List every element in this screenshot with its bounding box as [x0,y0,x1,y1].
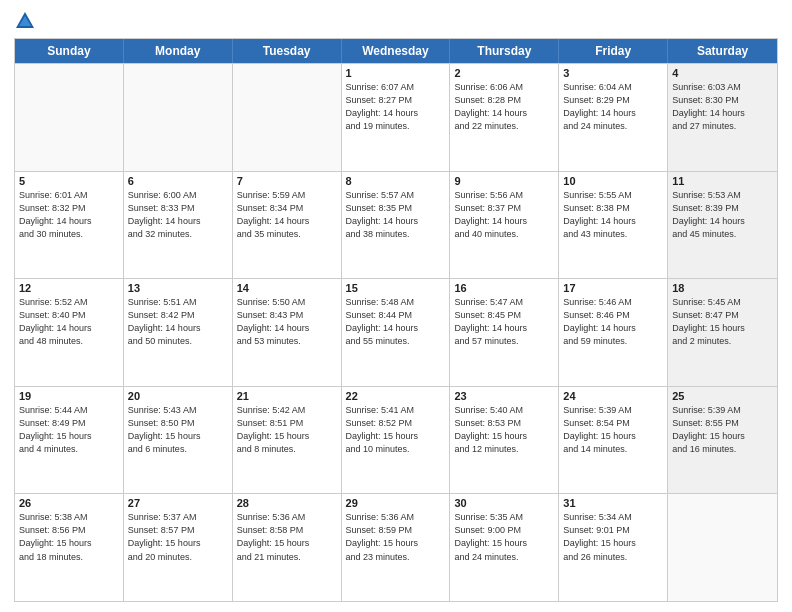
day-number: 14 [237,282,337,294]
day-number: 12 [19,282,119,294]
day-info: Sunrise: 5:35 AM Sunset: 9:00 PM Dayligh… [454,511,554,563]
header-day-sunday: Sunday [15,39,124,63]
calendar: SundayMondayTuesdayWednesdayThursdayFrid… [14,38,778,602]
day-info: Sunrise: 5:59 AM Sunset: 8:34 PM Dayligh… [237,189,337,241]
day-info: Sunrise: 6:04 AM Sunset: 8:29 PM Dayligh… [563,81,663,133]
day-info: Sunrise: 5:55 AM Sunset: 8:38 PM Dayligh… [563,189,663,241]
day-number: 1 [346,67,446,79]
day-number: 17 [563,282,663,294]
day-number: 24 [563,390,663,402]
day-cell-2: 2Sunrise: 6:06 AM Sunset: 8:28 PM Daylig… [450,64,559,171]
day-cell-16: 16Sunrise: 5:47 AM Sunset: 8:45 PM Dayli… [450,279,559,386]
day-cell-10: 10Sunrise: 5:55 AM Sunset: 8:38 PM Dayli… [559,172,668,279]
header-day-wednesday: Wednesday [342,39,451,63]
day-cell-14: 14Sunrise: 5:50 AM Sunset: 8:43 PM Dayli… [233,279,342,386]
day-cell-28: 28Sunrise: 5:36 AM Sunset: 8:58 PM Dayli… [233,494,342,601]
day-info: Sunrise: 6:06 AM Sunset: 8:28 PM Dayligh… [454,81,554,133]
day-number: 22 [346,390,446,402]
day-number: 5 [19,175,119,187]
day-number: 16 [454,282,554,294]
day-cell-7: 7Sunrise: 5:59 AM Sunset: 8:34 PM Daylig… [233,172,342,279]
day-number: 7 [237,175,337,187]
day-info: Sunrise: 5:34 AM Sunset: 9:01 PM Dayligh… [563,511,663,563]
day-number: 30 [454,497,554,509]
day-number: 3 [563,67,663,79]
day-info: Sunrise: 5:37 AM Sunset: 8:57 PM Dayligh… [128,511,228,563]
day-number: 18 [672,282,773,294]
day-number: 4 [672,67,773,79]
day-cell-11: 11Sunrise: 5:53 AM Sunset: 8:39 PM Dayli… [668,172,777,279]
day-info: Sunrise: 5:43 AM Sunset: 8:50 PM Dayligh… [128,404,228,456]
day-cell-empty [668,494,777,601]
day-info: Sunrise: 5:47 AM Sunset: 8:45 PM Dayligh… [454,296,554,348]
page: SundayMondayTuesdayWednesdayThursdayFrid… [0,0,792,612]
day-info: Sunrise: 5:50 AM Sunset: 8:43 PM Dayligh… [237,296,337,348]
day-info: Sunrise: 5:53 AM Sunset: 8:39 PM Dayligh… [672,189,773,241]
day-info: Sunrise: 5:41 AM Sunset: 8:52 PM Dayligh… [346,404,446,456]
day-cell-9: 9Sunrise: 5:56 AM Sunset: 8:37 PM Daylig… [450,172,559,279]
day-info: Sunrise: 5:38 AM Sunset: 8:56 PM Dayligh… [19,511,119,563]
day-number: 21 [237,390,337,402]
day-number: 25 [672,390,773,402]
day-cell-29: 29Sunrise: 5:36 AM Sunset: 8:59 PM Dayli… [342,494,451,601]
calendar-header: SundayMondayTuesdayWednesdayThursdayFrid… [15,39,777,63]
logo-icon [14,10,36,32]
day-info: Sunrise: 6:01 AM Sunset: 8:32 PM Dayligh… [19,189,119,241]
day-info: Sunrise: 5:51 AM Sunset: 8:42 PM Dayligh… [128,296,228,348]
day-info: Sunrise: 5:46 AM Sunset: 8:46 PM Dayligh… [563,296,663,348]
day-number: 19 [19,390,119,402]
day-cell-13: 13Sunrise: 5:51 AM Sunset: 8:42 PM Dayli… [124,279,233,386]
day-info: Sunrise: 5:36 AM Sunset: 8:58 PM Dayligh… [237,511,337,563]
day-cell-20: 20Sunrise: 5:43 AM Sunset: 8:50 PM Dayli… [124,387,233,494]
day-info: Sunrise: 5:52 AM Sunset: 8:40 PM Dayligh… [19,296,119,348]
day-info: Sunrise: 5:36 AM Sunset: 8:59 PM Dayligh… [346,511,446,563]
day-cell-6: 6Sunrise: 6:00 AM Sunset: 8:33 PM Daylig… [124,172,233,279]
day-number: 29 [346,497,446,509]
day-number: 13 [128,282,228,294]
day-number: 31 [563,497,663,509]
header-day-friday: Friday [559,39,668,63]
day-number: 15 [346,282,446,294]
day-cell-1: 1Sunrise: 6:07 AM Sunset: 8:27 PM Daylig… [342,64,451,171]
day-cell-4: 4Sunrise: 6:03 AM Sunset: 8:30 PM Daylig… [668,64,777,171]
day-cell-23: 23Sunrise: 5:40 AM Sunset: 8:53 PM Dayli… [450,387,559,494]
day-cell-12: 12Sunrise: 5:52 AM Sunset: 8:40 PM Dayli… [15,279,124,386]
week-row-0: 1Sunrise: 6:07 AM Sunset: 8:27 PM Daylig… [15,63,777,171]
day-number: 20 [128,390,228,402]
week-row-2: 12Sunrise: 5:52 AM Sunset: 8:40 PM Dayli… [15,278,777,386]
day-info: Sunrise: 5:42 AM Sunset: 8:51 PM Dayligh… [237,404,337,456]
day-cell-26: 26Sunrise: 5:38 AM Sunset: 8:56 PM Dayli… [15,494,124,601]
day-number: 26 [19,497,119,509]
day-info: Sunrise: 5:56 AM Sunset: 8:37 PM Dayligh… [454,189,554,241]
day-info: Sunrise: 5:40 AM Sunset: 8:53 PM Dayligh… [454,404,554,456]
header [14,10,778,32]
day-cell-15: 15Sunrise: 5:48 AM Sunset: 8:44 PM Dayli… [342,279,451,386]
day-info: Sunrise: 5:57 AM Sunset: 8:35 PM Dayligh… [346,189,446,241]
header-day-thursday: Thursday [450,39,559,63]
calendar-body: 1Sunrise: 6:07 AM Sunset: 8:27 PM Daylig… [15,63,777,601]
day-cell-31: 31Sunrise: 5:34 AM Sunset: 9:01 PM Dayli… [559,494,668,601]
day-cell-25: 25Sunrise: 5:39 AM Sunset: 8:55 PM Dayli… [668,387,777,494]
day-info: Sunrise: 5:39 AM Sunset: 8:55 PM Dayligh… [672,404,773,456]
day-cell-empty [15,64,124,171]
day-cell-30: 30Sunrise: 5:35 AM Sunset: 9:00 PM Dayli… [450,494,559,601]
day-cell-3: 3Sunrise: 6:04 AM Sunset: 8:29 PM Daylig… [559,64,668,171]
day-number: 28 [237,497,337,509]
day-number: 9 [454,175,554,187]
day-info: Sunrise: 6:07 AM Sunset: 8:27 PM Dayligh… [346,81,446,133]
header-day-monday: Monday [124,39,233,63]
day-number: 8 [346,175,446,187]
day-cell-24: 24Sunrise: 5:39 AM Sunset: 8:54 PM Dayli… [559,387,668,494]
day-cell-21: 21Sunrise: 5:42 AM Sunset: 8:51 PM Dayli… [233,387,342,494]
day-number: 11 [672,175,773,187]
day-number: 27 [128,497,228,509]
day-number: 2 [454,67,554,79]
day-info: Sunrise: 6:00 AM Sunset: 8:33 PM Dayligh… [128,189,228,241]
day-info: Sunrise: 5:44 AM Sunset: 8:49 PM Dayligh… [19,404,119,456]
day-info: Sunrise: 5:48 AM Sunset: 8:44 PM Dayligh… [346,296,446,348]
day-cell-empty [124,64,233,171]
header-day-saturday: Saturday [668,39,777,63]
day-cell-5: 5Sunrise: 6:01 AM Sunset: 8:32 PM Daylig… [15,172,124,279]
day-number: 6 [128,175,228,187]
day-cell-22: 22Sunrise: 5:41 AM Sunset: 8:52 PM Dayli… [342,387,451,494]
